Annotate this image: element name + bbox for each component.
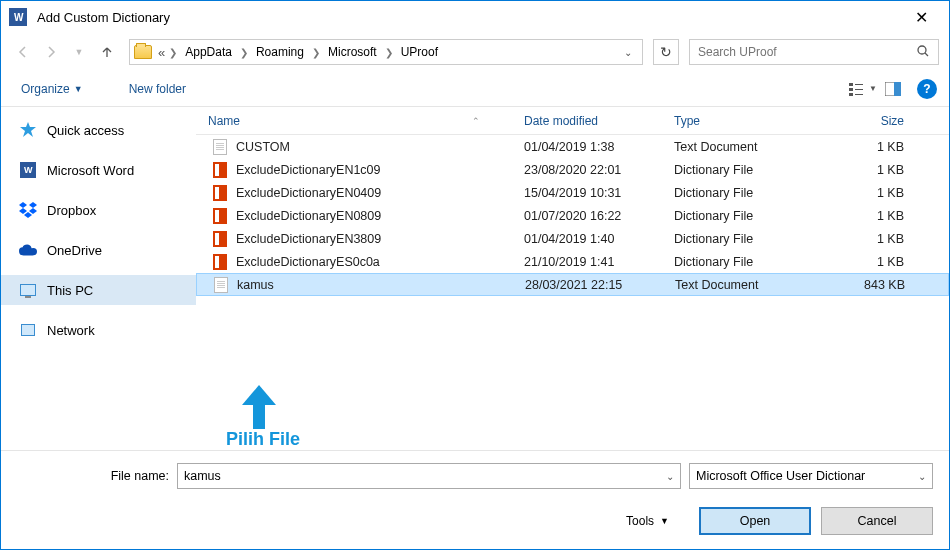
file-row[interactable]: ExcludeDictionaryEN380901/04/2019 1:40Di… bbox=[196, 227, 949, 250]
sidebar-item[interactable]: This PC bbox=[1, 275, 196, 305]
file-type-filter[interactable]: Microsoft Office User Dictionar ⌄ bbox=[689, 463, 933, 489]
dropbox-icon bbox=[19, 201, 37, 219]
file-type: Dictionary File bbox=[662, 209, 832, 223]
file-icon bbox=[212, 162, 228, 178]
address-bar[interactable]: « ❯ AppData❯Roaming❯Microsoft❯UProof ⌄ bbox=[129, 39, 643, 65]
tools-dropdown[interactable]: Tools ▼ bbox=[626, 514, 669, 528]
filename-input[interactable] bbox=[184, 469, 666, 483]
file-size: 1 KB bbox=[832, 209, 922, 223]
titlebar: W Add Custom Dictionary ✕ bbox=[1, 1, 949, 33]
chevron-right-icon: ❯ bbox=[238, 47, 250, 58]
svg-rect-4 bbox=[849, 93, 853, 96]
file-icon bbox=[213, 277, 229, 293]
svg-marker-14 bbox=[19, 208, 27, 214]
breadcrumb-overflow[interactable]: « bbox=[156, 45, 167, 60]
refresh-button[interactable]: ↻ bbox=[653, 39, 679, 65]
star-icon bbox=[19, 121, 37, 139]
sidebar-item-label: This PC bbox=[47, 283, 93, 298]
organize-label: Organize bbox=[21, 82, 70, 96]
file-row[interactable]: kamus28/03/2021 22:15Text Document843 KB bbox=[196, 273, 949, 296]
sidebar-item-label: Quick access bbox=[47, 123, 124, 138]
file-date: 28/03/2021 22:15 bbox=[513, 278, 663, 292]
sort-ascending-icon: ⌃ bbox=[472, 116, 480, 126]
file-row[interactable]: ExcludeDictionaryES0c0a21/10/2019 1:41Di… bbox=[196, 250, 949, 273]
close-button[interactable]: ✕ bbox=[901, 2, 941, 32]
chevron-down-icon: ▼ bbox=[74, 84, 83, 94]
file-row[interactable]: ExcludeDictionaryEN1c0923/08/2020 22:01D… bbox=[196, 158, 949, 181]
nav-back-button[interactable] bbox=[11, 40, 35, 64]
recent-locations-dropdown[interactable]: ▼ bbox=[67, 40, 91, 64]
sidebar-item[interactable]: Quick access bbox=[1, 115, 196, 145]
file-date: 01/04/2019 1:38 bbox=[512, 140, 662, 154]
svg-text:W: W bbox=[14, 12, 24, 23]
sidebar-item[interactable]: OneDrive bbox=[1, 235, 196, 265]
view-options-button[interactable]: ▼ bbox=[849, 77, 877, 101]
column-header-size[interactable]: Size bbox=[832, 114, 922, 128]
file-row[interactable]: CUSTOM01/04/2019 1:38Text Document1 KB bbox=[196, 135, 949, 158]
chevron-right-icon: ❯ bbox=[310, 47, 322, 58]
open-button[interactable]: Open bbox=[699, 507, 811, 535]
file-name: ExcludeDictionaryEN0809 bbox=[236, 209, 381, 223]
bottom-panel: File name: ⌄ Microsoft Office User Dicti… bbox=[1, 450, 949, 549]
sidebar-item[interactable]: Dropbox bbox=[1, 195, 196, 225]
column-header-type[interactable]: Type bbox=[662, 114, 832, 128]
svg-rect-9 bbox=[894, 82, 901, 96]
file-icon bbox=[212, 231, 228, 247]
svg-marker-13 bbox=[29, 202, 37, 208]
chevron-down-icon: ⌄ bbox=[918, 471, 926, 482]
sidebar-item[interactable]: Network bbox=[1, 315, 196, 345]
nav-forward-button[interactable] bbox=[39, 40, 63, 64]
file-name: ExcludeDictionaryEN0409 bbox=[236, 186, 381, 200]
sidebar-item-label: Dropbox bbox=[47, 203, 96, 218]
breadcrumb-segment[interactable]: Roaming bbox=[250, 43, 310, 61]
chevron-right-icon: ❯ bbox=[167, 47, 179, 58]
file-type-filter-label: Microsoft Office User Dictionar bbox=[696, 469, 865, 483]
new-folder-button[interactable]: New folder bbox=[121, 78, 194, 100]
breadcrumb-segment[interactable]: AppData bbox=[179, 43, 238, 61]
file-type: Text Document bbox=[662, 140, 832, 154]
file-name: ExcludeDictionaryEN1c09 bbox=[236, 163, 381, 177]
column-header-name[interactable]: Name⌃ bbox=[196, 114, 512, 128]
file-row[interactable]: ExcludeDictionaryEN080901/07/2020 16:22D… bbox=[196, 204, 949, 227]
folder-icon bbox=[134, 45, 152, 59]
filename-combobox[interactable]: ⌄ bbox=[177, 463, 681, 489]
nav-up-button[interactable] bbox=[95, 40, 119, 64]
toolbar: Organize ▼ New folder ▼ ? bbox=[1, 71, 949, 107]
column-header-date[interactable]: Date modified bbox=[512, 114, 662, 128]
file-name: CUSTOM bbox=[236, 140, 290, 154]
file-date: 21/10/2019 1:41 bbox=[512, 255, 662, 269]
preview-pane-button[interactable] bbox=[879, 77, 907, 101]
file-type: Text Document bbox=[663, 278, 833, 292]
dialog-window: W Add Custom Dictionary ✕ ▼ « ❯ AppData❯… bbox=[0, 0, 950, 550]
file-name: ExcludeDictionaryES0c0a bbox=[236, 255, 380, 269]
chevron-down-icon[interactable]: ⌄ bbox=[666, 471, 674, 482]
svg-rect-7 bbox=[855, 94, 863, 95]
cancel-button[interactable]: Cancel bbox=[821, 507, 933, 535]
svg-marker-16 bbox=[24, 212, 32, 218]
file-pane: Name⌃ Date modified Type Size CUSTOM01/0… bbox=[196, 107, 949, 450]
file-type: Dictionary File bbox=[662, 232, 832, 246]
breadcrumb-segment[interactable]: Microsoft bbox=[322, 43, 383, 61]
svg-marker-12 bbox=[19, 202, 27, 208]
file-icon bbox=[212, 185, 228, 201]
search-box[interactable] bbox=[689, 39, 939, 65]
sidebar-item[interactable]: WMicrosoft Word bbox=[1, 155, 196, 185]
breadcrumb-segment[interactable]: UProof bbox=[395, 43, 444, 61]
filename-label: File name: bbox=[17, 469, 169, 483]
file-date: 23/08/2020 22:01 bbox=[512, 163, 662, 177]
word-icon: W bbox=[19, 161, 37, 179]
search-icon bbox=[916, 44, 930, 61]
tools-label: Tools bbox=[626, 514, 654, 528]
sidebar: Quick accessWMicrosoft WordDropboxOneDri… bbox=[1, 107, 196, 450]
svg-rect-5 bbox=[855, 84, 863, 85]
svg-rect-6 bbox=[855, 89, 863, 90]
organize-button[interactable]: Organize ▼ bbox=[13, 78, 91, 100]
file-size: 843 KB bbox=[833, 278, 923, 292]
file-size: 1 KB bbox=[832, 140, 922, 154]
help-button[interactable]: ? bbox=[917, 79, 937, 99]
svg-marker-10 bbox=[20, 122, 36, 137]
address-dropdown[interactable]: ⌄ bbox=[618, 47, 638, 58]
chevron-right-icon: ❯ bbox=[383, 47, 395, 58]
file-row[interactable]: ExcludeDictionaryEN040915/04/2019 10:31D… bbox=[196, 181, 949, 204]
search-input[interactable] bbox=[698, 45, 916, 59]
